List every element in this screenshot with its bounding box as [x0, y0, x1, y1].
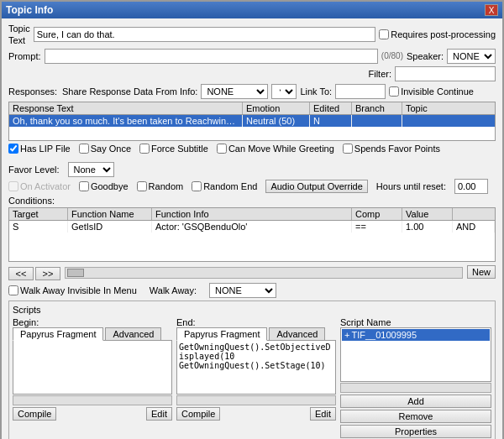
table-row[interactable]: Oh, thank you so much. It's been taken t…: [9, 115, 495, 127]
share-select-2[interactable]: ▼: [271, 84, 297, 99]
walk-away-select[interactable]: NONE: [209, 283, 276, 298]
emotion-cell: Neutral (50): [243, 115, 310, 127]
walk-away-label: Walk Away:: [150, 285, 197, 295]
response-text-cell: Oh, thank you so much. It's been taken t…: [9, 115, 243, 127]
branch-cell: [352, 115, 402, 127]
end-label: End:: [176, 317, 336, 327]
filter-input[interactable]: [395, 66, 496, 81]
spends-favor-checkbox[interactable]: [343, 144, 353, 154]
checkboxes-row-2: On Activator Goodbye Random Random End A…: [8, 179, 496, 194]
begin-tab-advanced[interactable]: Advanced: [105, 327, 161, 340]
char-count: (0/80): [381, 51, 403, 60]
link-to-input[interactable]: [335, 84, 386, 99]
topic-cell: [402, 115, 444, 127]
walk-away-invisible-checkbox[interactable]: [8, 285, 18, 295]
audio-output-override-button[interactable]: Audio Output Override: [265, 180, 367, 193]
begin-script-textarea[interactable]: [13, 340, 172, 395]
cond-col-function: Function Name: [68, 208, 152, 220]
scripts-row: Begin: Papyrus Fragment Advanced Compile…: [13, 317, 491, 438]
random-end-checkbox[interactable]: [192, 181, 202, 191]
end-script-panel: End: Papyrus Fragment Advanced Compile E…: [176, 317, 336, 438]
scripts-section: Scripts Begin: Papyrus Fragment Advanced…: [8, 301, 496, 439]
favor-level-select[interactable]: None: [68, 162, 114, 177]
on-activator-checkbox[interactable]: [8, 181, 18, 191]
end-hscroll[interactable]: [176, 395, 336, 405]
invisible-continue-label: Invisible Continue: [389, 86, 474, 97]
cond-col-andor: [453, 208, 495, 220]
begin-script-buttons: Compile Edit: [13, 407, 172, 421]
link-to-label: Link To:: [300, 86, 332, 97]
end-tab-papyrus[interactable]: Papyrus Fragment: [176, 327, 267, 341]
prompt-input[interactable]: [45, 49, 378, 64]
requires-post-processing-label: Requires post-processing: [379, 29, 496, 39]
say-once-checkbox[interactable]: [79, 144, 89, 154]
remove-button[interactable]: Remove: [340, 410, 491, 423]
cond-col-target: Target: [9, 208, 68, 220]
prompt-label: Prompt:: [8, 51, 41, 61]
prompt-row: Prompt: (0/80) Speaker: NONE: [8, 49, 496, 64]
walk-away-invisible-label: Walk Away Invisible In Menu: [8, 285, 137, 295]
random-checkbox[interactable]: [137, 181, 147, 191]
begin-script-panel: Begin: Papyrus Fragment Advanced Compile…: [13, 317, 172, 438]
topic-label: Topic Text: [8, 23, 30, 47]
end-compile-button[interactable]: Compile: [176, 407, 220, 421]
script-name-panel: Script Name + TIF__01009995 Add Remove P…: [340, 317, 491, 438]
properties-button[interactable]: Properties: [340, 425, 491, 438]
topic-text-input[interactable]: [34, 27, 376, 42]
conditions-scrollbar[interactable]: [65, 267, 463, 279]
conditions-table-body: S GetIsID Actor: 'GSQBenduOlo' == 1.00 A…: [8, 220, 496, 262]
title-bar-label: Topic Info: [6, 4, 53, 16]
begin-hscroll[interactable]: [13, 395, 172, 405]
nav-buttons: << >>: [8, 267, 60, 280]
begin-label: Begin:: [13, 317, 172, 327]
begin-tab-papyrus[interactable]: Papyrus Fragment: [13, 327, 103, 341]
has-lip-file-checkbox[interactable]: [8, 144, 18, 154]
add-button[interactable]: Add: [340, 395, 491, 408]
cond-andor: AND: [453, 221, 495, 233]
end-tab-advanced[interactable]: Advanced: [269, 327, 325, 340]
script-name-item[interactable]: + TIF__01009995: [342, 329, 490, 341]
condition-row[interactable]: S GetIsID Actor: 'GSQBenduOlo' == 1.00 A…: [9, 221, 495, 233]
title-bar: Topic Info X: [2, 2, 502, 18]
cond-value: 1.00: [402, 221, 453, 233]
hours-until-reset-label: Hours until reset:: [376, 181, 446, 191]
col-topic: Topic: [402, 102, 444, 114]
new-button[interactable]: New: [467, 265, 496, 279]
responses-label: Responses:: [8, 86, 59, 97]
next-button[interactable]: >>: [35, 267, 60, 280]
speaker-select[interactable]: NONE: [447, 49, 496, 64]
name-buttons: Add Remove Properties: [340, 395, 491, 438]
filter-label: Filter:: [369, 69, 392, 79]
name-hscroll[interactable]: [340, 383, 491, 393]
script-name-label: Script Name: [340, 317, 491, 327]
response-table-header: Response Text Emotion Edited Branch Topi…: [9, 102, 495, 115]
hours-until-reset-input[interactable]: [454, 179, 488, 194]
share-label: Share Response Data From Info:: [62, 86, 197, 97]
end-script-textarea[interactable]: [176, 340, 336, 395]
begin-compile-button[interactable]: Compile: [13, 407, 56, 421]
can-move-checkbox[interactable]: [217, 144, 227, 154]
prev-button[interactable]: <<: [8, 267, 34, 280]
cond-col-info: Function Info: [152, 208, 352, 220]
share-select[interactable]: NONE: [201, 84, 268, 99]
walk-away-row: Walk Away Invisible In Menu Walk Away: N…: [8, 283, 496, 298]
goodbye-checkbox[interactable]: [79, 181, 89, 191]
end-script-buttons: Compile Edit: [176, 407, 336, 421]
responses-row: Responses: Share Response Data From Info…: [8, 84, 496, 99]
say-once-label: Say Once: [79, 144, 131, 154]
cond-col-value: Value: [402, 208, 453, 220]
goodbye-label: Goodbye: [79, 181, 129, 191]
close-button[interactable]: X: [485, 4, 498, 16]
begin-edit-button[interactable]: Edit: [146, 407, 172, 421]
end-edit-button[interactable]: Edit: [310, 407, 336, 421]
force-subtitle-checkbox[interactable]: [139, 144, 150, 154]
col-branch: Branch: [352, 102, 402, 114]
has-lip-file-label: Has LIP File: [8, 144, 71, 154]
cond-comp: ==: [352, 221, 402, 233]
col-response-text: Response Text: [9, 102, 243, 114]
cond-col-comp: Comp: [352, 208, 402, 220]
requires-post-processing-checkbox[interactable]: [379, 29, 389, 39]
conditions-label: Conditions:: [8, 196, 496, 206]
speaker-label: Speaker:: [407, 51, 444, 61]
invisible-continue-checkbox[interactable]: [389, 86, 399, 97]
